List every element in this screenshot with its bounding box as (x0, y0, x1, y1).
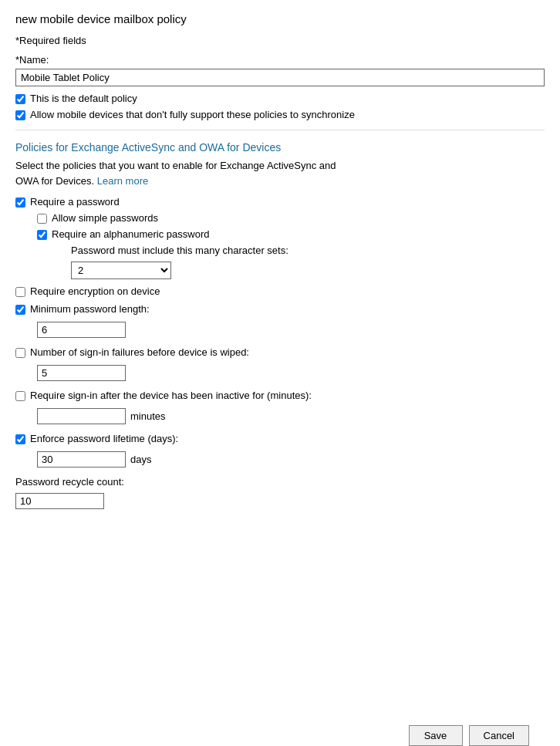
allow-simple-checkbox[interactable] (37, 214, 47, 224)
name-label: *Name: (15, 54, 545, 66)
section-description: Select the policies that you want to ena… (15, 158, 545, 188)
require-sign-in-row: Require sign-in after the device has bee… (15, 390, 545, 401)
char-sets-select[interactable]: 1 2 3 4 (71, 262, 171, 279)
page-title: new mobile device mailbox policy (15, 12, 545, 25)
sign-in-failures-input[interactable] (37, 365, 126, 381)
sign-in-failures-input-row (37, 363, 545, 383)
default-policy-checkbox[interactable] (15, 94, 25, 104)
require-alphanumeric-checkbox[interactable] (37, 230, 47, 240)
divider-1 (15, 130, 545, 130)
require-password-checkbox[interactable] (15, 197, 25, 208)
default-policy-label: This is the default policy (30, 93, 137, 104)
sign-in-failures-row: Number of sign-in failures before device… (15, 346, 545, 358)
require-encryption-row: Require encryption on device (15, 285, 545, 297)
require-sign-in-units: minutes (130, 410, 166, 422)
require-sign-in-input[interactable] (37, 408, 126, 424)
policy-section: Require a password Allow simple password… (15, 196, 545, 511)
sign-in-failures-label: Number of sign-in failures before device… (30, 346, 249, 358)
enforce-lifetime-item: Enforce password lifetime (days): days (15, 433, 545, 470)
require-password-item: Require a password Allow simple password… (15, 196, 545, 279)
enforce-lifetime-units: days (130, 454, 151, 465)
min-password-length-item: Minimum password length: (15, 303, 545, 340)
name-input[interactable] (15, 69, 545, 86)
cancel-button[interactable]: Cancel (469, 725, 529, 746)
enforce-lifetime-input[interactable] (37, 451, 126, 468)
page-wrapper: new mobile device mailbox policy *Requir… (15, 12, 545, 746)
min-password-input-row (37, 319, 545, 340)
min-password-length-label: Minimum password length: (30, 303, 150, 315)
recycle-count-item: Password recycle count: (15, 476, 545, 511)
require-sign-in-label: Require sign-in after the device has bee… (30, 390, 312, 401)
require-alphanumeric-section: Require an alphanumeric password Passwor… (37, 228, 545, 279)
require-encryption-checkbox[interactable] (15, 287, 25, 297)
require-encryption-label: Require encryption on device (30, 285, 160, 297)
enforce-lifetime-label: Enforce password lifetime (days): (30, 433, 178, 444)
section-heading: Policies for Exchange ActiveSync and OWA… (15, 141, 545, 154)
require-password-row: Require a password (15, 196, 545, 208)
enforce-lifetime-checkbox[interactable] (15, 434, 25, 444)
enforce-lifetime-input-row: days (37, 449, 545, 470)
allow-sync-label: Allow mobile devices that don't fully su… (30, 109, 355, 120)
require-sign-in-item: Require sign-in after the device has bee… (15, 390, 545, 427)
require-encryption-item: Require encryption on device (15, 285, 545, 297)
save-button[interactable]: Save (409, 725, 463, 746)
require-alphanumeric-row: Require an alphanumeric password (37, 228, 545, 240)
sign-in-failures-item: Number of sign-in failures before device… (15, 346, 545, 383)
allow-sync-row: Allow mobile devices that don't fully su… (15, 109, 545, 120)
min-password-length-row: Minimum password length: (15, 303, 545, 315)
require-password-label: Require a password (30, 196, 120, 208)
recycle-count-input[interactable] (15, 493, 104, 509)
require-sign-in-checkbox[interactable] (15, 391, 25, 401)
min-password-length-checkbox[interactable] (15, 305, 25, 315)
require-sign-in-input-row: minutes (37, 406, 545, 427)
min-password-input[interactable] (37, 322, 126, 338)
require-alphanumeric-label: Require an alphanumeric password (52, 228, 210, 240)
default-policy-row: This is the default policy (15, 93, 545, 104)
section-desc-1: Select the policies that you want to ena… (15, 160, 336, 171)
bottom-bar: Save Cancel (409, 725, 529, 746)
char-sets-label: Password must include this many characte… (71, 245, 545, 256)
section-desc-2: OWA for Devices. (15, 175, 94, 187)
sign-in-failures-checkbox[interactable] (15, 348, 25, 358)
allow-simple-row: Allow simple passwords (37, 212, 545, 224)
required-note: *Required fields (15, 35, 545, 46)
allow-sync-checkbox[interactable] (15, 110, 25, 120)
allow-simple-label: Allow simple passwords (52, 212, 158, 224)
recycle-count-label: Password recycle count: (15, 476, 545, 488)
enforce-lifetime-row: Enforce password lifetime (days): (15, 433, 545, 444)
char-sets-section: Password must include this many characte… (71, 245, 545, 279)
learn-more-link[interactable]: Learn more (97, 175, 148, 187)
